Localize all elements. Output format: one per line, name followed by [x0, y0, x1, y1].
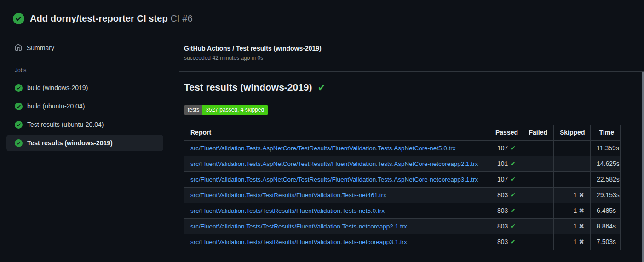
success-check-circle-icon — [15, 84, 23, 92]
report-cell: src/FluentValidation.Tests.AspNetCore/Te… — [184, 172, 489, 188]
failed-cell — [522, 141, 554, 156]
report-cell: src/FluentValidation.Tests/TestResults/F… — [184, 203, 489, 219]
report-heading: Test results (windows-2019) ✔ — [184, 82, 642, 98]
passed-check-icon: ✔ — [510, 238, 516, 245]
tests-badge: tests 3527 passed, 4 skipped — [184, 105, 268, 115]
skipped-cell: 1✖ — [554, 219, 591, 234]
time-cell: 14.625s — [591, 156, 621, 172]
sidebar-item-summary[interactable]: Summary — [6, 40, 163, 56]
report-cell: src/FluentValidation.Tests.AspNetCore/Te… — [184, 141, 489, 156]
report-cell: src/FluentValidation.Tests/TestResults/F… — [184, 188, 489, 203]
sidebar-job-item[interactable]: build (ubuntu-20.04) — [6, 98, 163, 114]
badge-label: tests — [184, 105, 202, 115]
time-cell: 29.153s — [591, 188, 621, 203]
table-row: src/FluentValidation.Tests/TestResults/F… — [184, 203, 621, 219]
failed-cell — [522, 219, 554, 234]
passed-cell: 803✔ — [489, 219, 522, 234]
passed-check-icon: ✔ — [510, 176, 516, 183]
skipped-cell — [554, 156, 591, 172]
success-check-icon: ✔ — [318, 83, 326, 92]
report-link[interactable]: src/FluentValidation.Tests/TestResults/F… — [190, 239, 407, 245]
report-title: Test results (windows-2019) — [184, 82, 312, 93]
time-cell: 6.485s — [591, 203, 621, 219]
table-header-row: ReportPassedFailedSkippedTime — [184, 125, 621, 141]
report-cell: src/FluentValidation.Tests/TestResults/F… — [184, 234, 489, 250]
skipped-x-icon: ✖ — [579, 222, 584, 230]
table-row: src/FluentValidation.Tests/TestResults/F… — [184, 234, 621, 250]
failed-cell — [522, 188, 554, 203]
report-link[interactable]: src/FluentValidation.Tests/TestResults/F… — [190, 223, 407, 230]
failed-cell — [522, 156, 554, 172]
report-cell: src/FluentValidation.Tests/TestResults/F… — [184, 219, 489, 234]
table-row: src/FluentValidation.Tests/TestResults/F… — [184, 219, 621, 234]
report-cell: src/FluentValidation.Tests.AspNetCore/Te… — [184, 156, 489, 172]
skipped-cell — [554, 172, 591, 188]
column-header-failed: Failed — [522, 125, 554, 141]
column-header-report: Report — [184, 125, 489, 141]
job-label: build (windows-2019) — [27, 84, 88, 91]
workflow-run-page: Add dorny/test-reporter CI step CI #6 Su… — [0, 0, 644, 262]
skipped-x-icon: ✖ — [579, 238, 584, 245]
job-label: build (ubuntu-20.04) — [27, 103, 85, 110]
skipped-x-icon: ✖ — [579, 191, 584, 199]
skipped-x-icon: ✖ — [579, 207, 584, 214]
report-link[interactable]: src/FluentValidation.Tests.AspNetCore/Te… — [190, 176, 478, 183]
job-label: Test results (ubuntu-20.04) — [27, 121, 104, 128]
table-row: src/FluentValidation.Tests.AspNetCore/Te… — [184, 141, 621, 156]
job-label: Test results (windows-2019) — [27, 139, 113, 147]
badge-value: 3527 passed, 4 skipped — [202, 105, 268, 115]
job-list: build (windows-2019)build (ubuntu-20.04)… — [0, 80, 179, 153]
passed-cell: 101✔ — [489, 156, 522, 172]
success-check-circle-icon — [15, 103, 23, 110]
check-title: GitHub Actions / Test results (windows-2… — [184, 45, 322, 52]
header-divider — [179, 71, 642, 72]
sidebar: Summary Jobs build (windows-2019)build (… — [0, 0, 179, 262]
check-suite-header: GitHub Actions / Test results (windows-2… — [184, 45, 322, 61]
sidebar-job-item[interactable]: build (windows-2019) — [6, 80, 163, 96]
sidebar-job-item[interactable]: Test results (ubuntu-20.04) — [6, 116, 163, 133]
success-check-circle-icon — [15, 139, 23, 147]
skipped-cell: 1✖ — [554, 188, 591, 203]
results-table: ReportPassedFailedSkippedTime src/Fluent… — [184, 125, 621, 250]
report-link[interactable]: src/FluentValidation.Tests/TestResults/F… — [190, 192, 386, 199]
vertical-scrollbar[interactable] — [642, 71, 644, 262]
passed-check-icon: ✔ — [510, 222, 516, 230]
report-link[interactable]: src/FluentValidation.Tests.AspNetCore/Te… — [190, 160, 478, 167]
table-row: src/FluentValidation.Tests.AspNetCore/Te… — [184, 156, 621, 172]
skipped-cell — [554, 141, 591, 156]
home-icon — [15, 44, 22, 52]
passed-cell: 803✔ — [489, 203, 522, 219]
passed-check-icon: ✔ — [510, 207, 516, 214]
time-cell: 8.864s — [591, 219, 621, 234]
passed-check-icon: ✔ — [510, 144, 516, 152]
time-cell: 22.582s — [591, 172, 621, 188]
passed-cell: 107✔ — [489, 141, 522, 156]
time-cell: 11.359s — [591, 141, 621, 156]
report-link[interactable]: src/FluentValidation.Tests.AspNetCore/Te… — [190, 145, 456, 152]
jobs-section-label: Jobs — [15, 67, 26, 74]
report-link[interactable]: src/FluentValidation.Tests/TestResults/F… — [190, 207, 385, 214]
skipped-cell: 1✖ — [554, 203, 591, 219]
passed-cell: 107✔ — [489, 172, 522, 188]
skipped-cell: 1✖ — [554, 234, 591, 250]
failed-cell — [522, 203, 554, 219]
sidebar-job-item[interactable]: Test results (windows-2019) — [6, 135, 163, 151]
column-header-time: Time — [591, 125, 621, 141]
success-check-circle-icon — [15, 121, 23, 129]
passed-check-icon: ✔ — [510, 191, 516, 199]
table-row: src/FluentValidation.Tests.AspNetCore/Te… — [184, 172, 621, 188]
time-cell: 7.503s — [591, 234, 621, 250]
failed-cell — [522, 234, 554, 250]
column-header-skipped: Skipped — [554, 125, 591, 141]
failed-cell — [522, 172, 554, 188]
passed-check-icon: ✔ — [510, 160, 516, 167]
table-row: src/FluentValidation.Tests/TestResults/F… — [184, 188, 621, 203]
passed-cell: 803✔ — [489, 188, 522, 203]
passed-cell: 803✔ — [489, 234, 522, 250]
column-header-passed: Passed — [489, 125, 522, 141]
summary-label: Summary — [27, 44, 54, 51]
check-status: succeeded 42 minutes ago in 0s — [184, 55, 322, 61]
